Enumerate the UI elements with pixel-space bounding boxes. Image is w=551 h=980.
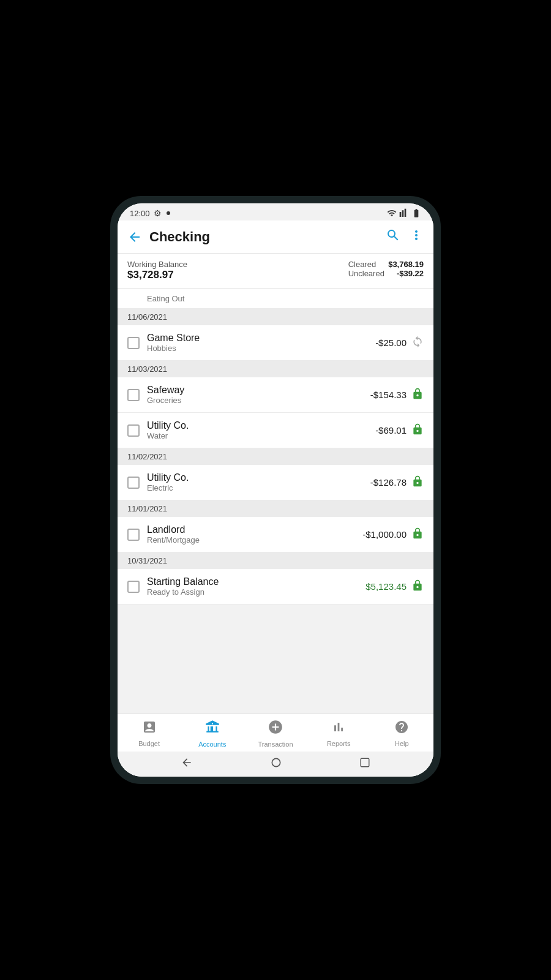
transactions-container: 11/06/2021Game StoreHobbies-$25.0011/03/… — [118, 309, 433, 605]
help-icon — [394, 720, 409, 738]
android-back-button[interactable] — [181, 756, 193, 772]
uncleared-label: Uncleared — [348, 269, 384, 278]
eating-out-category: Eating Out — [147, 294, 184, 303]
status-dot — [167, 211, 170, 215]
phone-screen: 12:00 ⚙ Checking — [118, 203, 433, 777]
cleared-uncleared: Cleared $3,768.19 Uncleared -$39.22 — [348, 260, 424, 278]
reports-label: Reports — [327, 740, 351, 747]
transaction-row[interactable]: Utility Co.Electric-$126.78 — [118, 465, 433, 500]
app-content: Checking Working Balance $3,728.97 — [118, 221, 433, 777]
wifi-icon — [387, 208, 397, 218]
date-header: 11/03/2021 — [118, 361, 433, 377]
tx-category: Groceries — [147, 396, 363, 405]
date-header: 11/02/2021 — [118, 448, 433, 465]
tx-checkbox[interactable] — [127, 389, 140, 401]
transaction-row[interactable]: LandlordRent/Mortgage-$1,000.00 — [118, 517, 433, 552]
lock-icon — [411, 423, 424, 438]
lock-icon — [411, 475, 424, 490]
app-header: Checking — [118, 221, 433, 254]
uncleared-row: Uncleared -$39.22 — [348, 269, 424, 278]
tx-name: Starting Balance — [147, 576, 358, 587]
lock-icon — [411, 527, 424, 542]
transaction-row[interactable]: Utility Co.Water-$69.01 — [118, 413, 433, 448]
back-arrow-icon — [127, 230, 142, 244]
budget-icon — [142, 720, 157, 738]
back-button[interactable] — [127, 230, 142, 244]
date-header: 11/01/2021 — [118, 500, 433, 517]
cleared-row: Cleared $3,768.19 — [348, 260, 424, 269]
header-icons — [386, 228, 424, 246]
tx-amount: -$25.00 — [375, 337, 407, 348]
tx-checkbox[interactable] — [127, 337, 140, 349]
transaction-icon — [268, 719, 283, 739]
tx-name: Utility Co. — [147, 420, 368, 431]
tx-amount: -$126.78 — [370, 477, 407, 488]
date-header: 11/06/2021 — [118, 309, 433, 325]
tx-category: Hobbies — [147, 344, 368, 353]
svg-rect-1 — [361, 758, 369, 767]
svg-point-0 — [272, 758, 280, 766]
working-balance-amount: $3,728.97 — [127, 269, 187, 281]
nav-item-transaction[interactable]: Transaction — [257, 719, 294, 748]
nav-item-budget[interactable]: Budget — [131, 720, 168, 747]
sync-icon — [411, 336, 424, 350]
tx-amount: $5,123.45 — [365, 581, 407, 592]
transaction-list: Eating Out 11/06/2021Game StoreHobbies-$… — [118, 289, 433, 714]
page-title: Checking — [149, 229, 378, 245]
tx-category: Electric — [147, 483, 363, 492]
transaction-row[interactable]: Starting BalanceReady to Assign$5,123.45 — [118, 569, 433, 605]
tx-category: Ready to Assign — [147, 587, 358, 597]
partial-eating-out: Eating Out — [118, 289, 433, 309]
tx-name: Landlord — [147, 524, 355, 535]
accounts-label: Accounts — [198, 741, 226, 748]
search-icon — [386, 228, 400, 243]
help-label: Help — [395, 740, 409, 747]
reports-icon — [331, 720, 346, 738]
budget-label: Budget — [138, 740, 160, 747]
status-time: 12:00 — [130, 209, 150, 218]
tx-amount: -$1,000.00 — [362, 529, 407, 540]
nav-item-reports[interactable]: Reports — [320, 720, 357, 747]
accounts-icon — [204, 719, 220, 739]
tx-name: Utility Co. — [147, 472, 363, 483]
tx-amount: -$154.33 — [370, 390, 407, 400]
uncleared-amount: -$39.22 — [397, 269, 424, 278]
tx-category: Water — [147, 431, 368, 440]
lock-icon — [411, 388, 424, 402]
transaction-row[interactable]: SafewayGroceries-$154.33 — [118, 377, 433, 413]
android-recents-button[interactable] — [359, 757, 370, 771]
status-bar: 12:00 ⚙ — [118, 203, 433, 221]
working-balance: Working Balance $3,728.97 — [127, 260, 187, 281]
android-nav — [118, 752, 433, 777]
signal-icon — [399, 208, 409, 218]
tx-name: Game Store — [147, 333, 368, 344]
tx-amount: -$69.01 — [375, 425, 407, 435]
balance-row: Working Balance $3,728.97 Cleared $3,768… — [118, 254, 433, 289]
search-button[interactable] — [386, 228, 400, 246]
lock-icon — [411, 579, 424, 594]
more-vert-icon — [409, 228, 424, 243]
phone-frame: 12:00 ⚙ Checking — [110, 196, 441, 784]
status-icons — [387, 208, 421, 218]
transaction-row[interactable]: Game StoreHobbies-$25.00 — [118, 325, 433, 361]
bottom-nav: Budget Accounts Transaction — [118, 714, 433, 752]
gear-icon: ⚙ — [154, 208, 162, 218]
cleared-label: Cleared — [348, 260, 377, 269]
tx-checkbox[interactable] — [127, 529, 140, 541]
nav-item-help[interactable]: Help — [383, 720, 420, 747]
nav-item-accounts[interactable]: Accounts — [194, 719, 231, 748]
working-balance-label: Working Balance — [127, 260, 187, 269]
cleared-amount: $3,768.19 — [388, 260, 424, 269]
tx-checkbox[interactable] — [127, 424, 140, 437]
tx-checkbox[interactable] — [127, 477, 140, 489]
transaction-label: Transaction — [258, 741, 293, 748]
tx-checkbox[interactable] — [127, 581, 140, 593]
date-header: 10/31/2021 — [118, 552, 433, 569]
tx-name: Safeway — [147, 385, 363, 396]
tx-category: Rent/Mortgage — [147, 535, 355, 545]
battery-icon — [411, 208, 421, 218]
more-options-button[interactable] — [409, 228, 424, 246]
android-home-button[interactable] — [270, 756, 282, 772]
